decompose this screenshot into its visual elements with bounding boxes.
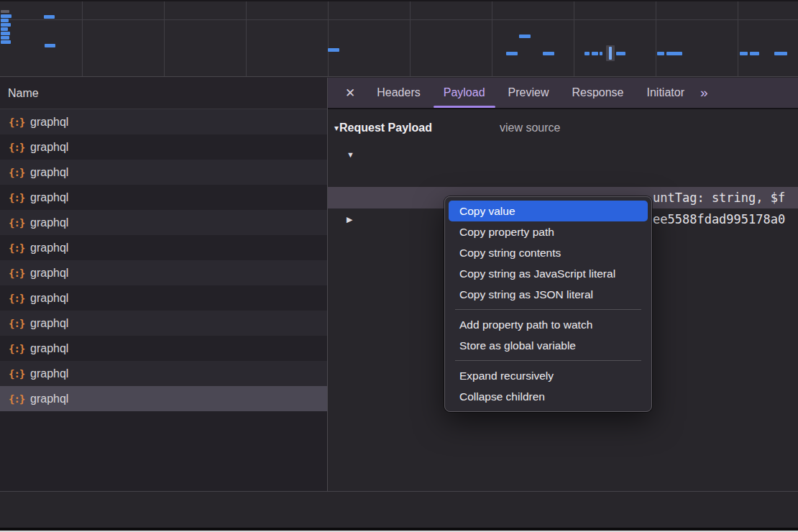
json-icon: {:} — [9, 242, 30, 254]
json-icon: {:} — [9, 142, 30, 153]
timeline-gridline — [0, 19, 798, 20]
context-menu-item[interactable]: Copy property path — [449, 221, 648, 242]
status-footer — [0, 491, 798, 528]
json-icon: {:} — [9, 343, 30, 354]
request-row[interactable]: {:}graphql — [0, 210, 327, 235]
waterfall-bar — [592, 52, 598, 55]
context-menu: Copy valueCopy property pathCopy string … — [444, 196, 652, 412]
close-panel-icon[interactable]: ✕ — [345, 86, 355, 101]
request-row[interactable]: {:}graphql — [0, 311, 327, 336]
tab-payload[interactable]: Payload — [432, 78, 497, 108]
request-name: graphql — [30, 292, 68, 305]
context-menu-item[interactable]: Collapse children — [449, 386, 648, 407]
waterfall-bar — [584, 52, 590, 55]
request-row[interactable]: {:}graphql — [0, 386, 327, 411]
operation-name-row[interactable]: operationName: "ipFlowTimeseries" — [328, 165, 798, 187]
context-menu-item[interactable]: Expand recursively — [449, 365, 648, 386]
context-menu-item[interactable]: Copy string contents — [449, 242, 648, 263]
expand-node-icon[interactable]: ▶ — [347, 208, 352, 230]
request-row[interactable]: {:}graphql — [0, 160, 327, 185]
waterfall-bar — [45, 44, 55, 47]
timeline-gridline — [328, 1, 329, 76]
request-name: graphql — [30, 267, 68, 280]
collapse-section-icon[interactable]: ▾ — [334, 123, 339, 133]
request-name: graphql — [30, 141, 68, 154]
devtools-window: Name ✕ HeadersPayloadPreviewResponseInit… — [0, 0, 798, 532]
json-icon: {:} — [9, 393, 30, 405]
json-icon: {:} — [9, 167, 30, 178]
request-name: graphql — [30, 393, 68, 405]
request-row[interactable]: {:}graphql — [0, 285, 327, 311]
waterfall-bar — [1, 14, 12, 18]
variables-row-right-text: ee5588fdad995178a0 — [653, 208, 785, 230]
request-name: graphql — [30, 216, 68, 229]
tab-headers[interactable]: Headers — [365, 78, 431, 108]
waterfall-bar — [44, 15, 55, 19]
request-payload-title: Request Payload — [339, 121, 432, 134]
name-column-label: Name — [8, 87, 39, 100]
name-column-header[interactable]: Name — [0, 78, 327, 109]
waterfall-bar — [1, 23, 11, 27]
tab-preview[interactable]: Preview — [497, 78, 561, 108]
context-menu-item[interactable]: Copy string as JavaScript literal — [449, 263, 648, 284]
request-row[interactable]: {:}graphql — [0, 134, 327, 160]
waterfall-bar — [1, 19, 9, 22]
waterfall-bar — [1, 27, 8, 31]
json-icon: {:} — [9, 368, 30, 380]
json-icon: {:} — [9, 192, 30, 203]
request-row[interactable]: {:}graphql — [0, 235, 327, 260]
json-icon: {:} — [9, 217, 30, 229]
json-icon: {:} — [9, 293, 30, 304]
waterfall-bar — [519, 35, 531, 38]
waterfall-bar — [740, 52, 748, 55]
waterfall-bar — [657, 52, 664, 55]
context-menu-item[interactable]: Store as global variable — [449, 335, 648, 356]
waterfall-bar — [666, 52, 682, 55]
waterfall-bar — [609, 47, 612, 60]
request-row[interactable]: {:}graphql — [0, 361, 327, 386]
context-menu-item[interactable]: Add property path to watch — [449, 314, 648, 335]
timeline-gridline — [574, 1, 574, 76]
waterfall-bar — [1, 10, 9, 13]
payload-preview-row[interactable]: ▼{operationName: "ipFlowTimeseries", var… — [328, 144, 798, 165]
request-name: graphql — [30, 317, 68, 330]
tab-response[interactable]: Response — [560, 78, 635, 108]
view-source-link[interactable]: view source — [500, 121, 560, 134]
json-icon: {:} — [9, 318, 30, 329]
menu-separator — [455, 309, 641, 310]
request-row[interactable]: {:}graphql — [0, 109, 327, 134]
waterfall-bar — [616, 52, 625, 55]
timeline-gridline — [738, 1, 738, 76]
context-menu-item[interactable]: Copy string as JSON literal — [449, 284, 648, 305]
menu-separator — [455, 360, 641, 361]
query-row-right-text: untTag: string, $f — [653, 187, 785, 208]
waterfall-bar — [328, 48, 339, 52]
more-tabs-icon[interactable]: » — [700, 85, 708, 101]
drawer-tabbar: ✕ HeadersPayloadPreviewResponseInitiator… — [328, 78, 798, 109]
json-icon: {:} — [9, 116, 30, 128]
detail-tabs: HeadersPayloadPreviewResponseInitiator — [365, 78, 696, 108]
request-row[interactable]: {:}graphql — [0, 260, 327, 285]
request-row[interactable]: {:}graphql — [0, 336, 327, 361]
waterfall-bar — [750, 52, 759, 55]
timeline-gridline — [410, 1, 411, 76]
request-payload-header: ▾ Request Payload view source — [328, 117, 798, 139]
timeline-gridline — [656, 1, 656, 76]
request-row[interactable]: {:}graphql — [0, 185, 327, 210]
tab-initiator[interactable]: Initiator — [636, 78, 696, 108]
request-name: graphql — [30, 191, 68, 204]
collapse-node-icon[interactable]: ▼ — [347, 144, 354, 165]
waterfall-bar — [600, 52, 602, 55]
network-overview[interactable] — [0, 0, 798, 77]
waterfall-bar — [1, 36, 9, 40]
waterfall-bar — [543, 52, 554, 55]
request-name: graphql — [30, 116, 68, 129]
waterfall-bar — [774, 52, 787, 55]
request-name: graphql — [30, 342, 68, 355]
timeline-gridline — [82, 1, 83, 76]
timeline-gridline — [164, 1, 165, 76]
waterfall-bar — [506, 52, 518, 55]
timeline-gridline — [492, 1, 492, 76]
waterfall-bar — [1, 40, 11, 44]
context-menu-item[interactable]: Copy value — [449, 201, 648, 221]
